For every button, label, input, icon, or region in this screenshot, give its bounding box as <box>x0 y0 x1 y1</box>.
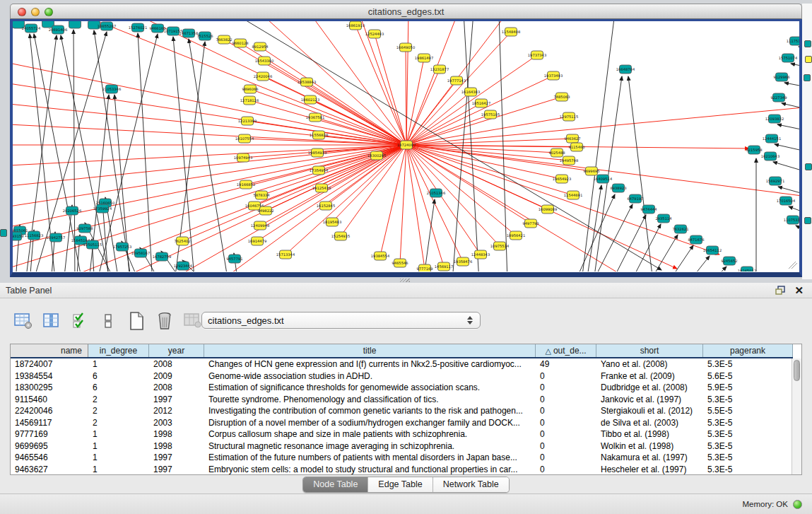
graph-node[interactable]: 9474444 <box>640 205 657 214</box>
graph-node[interactable]: 16782759 <box>153 252 171 261</box>
graph-node[interactable]: 15276021 <box>129 23 147 32</box>
graph-node[interactable]: 12093832 <box>765 115 784 123</box>
table-row[interactable]: 946362711997Embryonic stem cells: a mode… <box>11 464 793 476</box>
graph-node[interactable]: 18195483 <box>323 218 341 226</box>
graph-node[interactable]: 18107554 <box>235 134 254 143</box>
table-row[interactable]: 946554611997Estimation of the future num… <box>11 452 793 464</box>
graph-node[interactable]: 11075334 <box>784 216 799 224</box>
graph-node[interactable] <box>69 21 81 28</box>
graph-node[interactable]: 8471676 <box>688 235 704 244</box>
graph-node[interactable]: 19861497 <box>415 54 433 62</box>
delete-rows-trash-icon[interactable] <box>154 310 175 332</box>
close-panel-icon[interactable]: ✕ <box>794 285 804 296</box>
network-window-titlebar[interactable]: citations_edges.txt <box>10 4 802 19</box>
graph-node[interactable]: 11548408 <box>502 28 520 36</box>
graph-node[interactable]: 21051346 <box>427 189 445 197</box>
select-all-button[interactable] <box>69 310 90 332</box>
graph-node[interactable]: 7625402 <box>174 237 190 245</box>
graph-node[interactable]: 9245652 <box>721 257 737 265</box>
graph-node[interactable]: 16914479 <box>248 237 266 245</box>
graph-node[interactable]: 16164383 <box>461 88 480 96</box>
graph-node[interactable]: 16649050 <box>396 43 415 52</box>
graph-node[interactable]: 17354954 <box>310 166 329 175</box>
column-header-name[interactable]: name <box>11 344 88 357</box>
float-window-icon[interactable] <box>775 286 786 296</box>
graph-node[interactable]: 9463627 <box>564 134 580 143</box>
graph-node[interactable]: 7485063 <box>553 93 570 101</box>
column-header-pagerank[interactable]: pagerank <box>703 344 793 357</box>
column-header-title[interactable]: title <box>204 344 536 357</box>
graph-node[interactable]: 19245012 <box>738 267 756 271</box>
graph-node[interactable]: 15254935 <box>331 232 350 240</box>
table-row[interactable]: 977716911998Corpus callosum shape and si… <box>11 428 793 440</box>
graph-node[interactable]: 19384554 <box>371 252 390 260</box>
graph-node[interactable]: 9896066 <box>242 85 258 93</box>
graph-node[interactable]: 12524493 <box>365 30 384 38</box>
graph-node[interactable]: 9777169 <box>416 264 433 271</box>
graph-node[interactable]: 12718126 <box>240 96 259 105</box>
graph-node[interactable]: 19495798 <box>560 156 578 165</box>
graph-node[interactable]: 11544691 <box>564 191 582 199</box>
scrollbar-thumb[interactable] <box>794 360 800 381</box>
graph-node[interactable]: 15713344 <box>276 250 295 259</box>
tab-network-table[interactable]: Network Table <box>433 477 509 492</box>
graph-node[interactable]: 15751074 <box>779 54 798 62</box>
graph-node[interactable]: 5878334 <box>253 191 270 199</box>
graph-node[interactable]: 2935114 <box>655 214 672 223</box>
graph-node[interactable]: 19358476 <box>454 257 472 266</box>
graph-node[interactable]: 10654112 <box>703 246 722 255</box>
network-table-select[interactable]: citations_edges.txt <box>201 312 481 329</box>
graph-node[interactable]: 16210643 <box>761 152 779 160</box>
graph-node[interactable]: 12444151 <box>763 134 781 143</box>
table-row[interactable]: 969969511998Structural magnetic resonanc… <box>11 440 793 452</box>
graph-node[interactable]: 19737343 <box>528 51 546 59</box>
graph-node[interactable]: 16409514 <box>594 175 613 183</box>
graph-node[interactable]: 18956421 <box>507 231 525 240</box>
graph-node[interactable]: 9465546 <box>392 259 408 267</box>
table-row[interactable]: 2242004622012Investigating the contribut… <box>11 405 793 417</box>
graph-node[interactable]: 12448343 <box>471 250 490 259</box>
select-columns-button[interactable] <box>41 310 62 332</box>
graph-node[interactable]: 11175382 <box>787 37 799 45</box>
graph-node[interactable]: 9497793 <box>522 219 539 228</box>
column-header-year[interactable]: year <box>149 344 204 357</box>
graph-node[interactable]: 9660128 <box>232 39 248 47</box>
vertical-scrollbar[interactable] <box>792 358 801 474</box>
graph-node[interactable]: 8938923 <box>610 184 626 192</box>
graph-node[interactable]: 9115460 <box>568 143 584 151</box>
table-row[interactable]: 1938455462009Genome-wide association stu… <box>11 370 793 382</box>
graph-node[interactable]: 7663822 <box>216 35 232 44</box>
graph-node[interactable]: 10958167 <box>131 249 150 257</box>
graph-node[interactable]: 12213399 <box>238 117 257 125</box>
graph-node[interactable]: 9297588 <box>76 224 93 233</box>
splitter-grip[interactable] <box>400 279 410 282</box>
column-header-out_de[interactable]: △out_de... <box>536 344 596 357</box>
table-settings-button[interactable] <box>13 310 34 332</box>
graph-node[interactable]: 7632621 <box>672 225 688 233</box>
graph-node[interactable]: 18538843 <box>298 78 316 86</box>
graph-node[interactable]: 14569117 <box>435 262 453 271</box>
graph-node[interactable]: 13231877 <box>430 65 449 74</box>
graph-node[interactable]: 16543380 <box>255 57 273 65</box>
graph-node[interactable]: 10974943 <box>234 153 252 162</box>
graph-node[interactable]: 17016504 <box>777 197 796 205</box>
column-header-short[interactable]: short <box>596 344 703 357</box>
graph-node[interactable]: 16861910 <box>346 21 365 30</box>
graph-node[interactable]: 9129966 <box>773 73 789 81</box>
graph-node[interactable]: 19654923 <box>553 175 571 183</box>
graph-node[interactable]: 19575105 <box>481 110 500 119</box>
graph-node[interactable]: 9699695 <box>583 167 599 175</box>
graph-node[interactable]: 16648784 <box>616 65 635 74</box>
graph-node[interactable]: 12942757 <box>47 233 65 242</box>
graph-node[interactable]: 7515526 <box>196 32 213 40</box>
column-header-in_degree[interactable]: in_degree <box>88 344 149 357</box>
graph-node[interactable]: 6479197 <box>627 194 643 203</box>
graph-node[interactable]: 9025488 <box>548 148 565 157</box>
graph-node[interactable]: 12975115 <box>560 112 578 121</box>
graph-node[interactable]: 9498222 <box>257 206 273 215</box>
table-row[interactable]: 1456911722003Disruption of a novel membe… <box>11 417 793 429</box>
graph-node[interactable]: 12409948 <box>251 221 269 230</box>
network-canvas[interactable]: 1872400718300295766382296601288912954165… <box>13 21 799 271</box>
row-height-button[interactable] <box>98 310 119 332</box>
graph-node[interactable]: 15692971 <box>766 177 784 185</box>
